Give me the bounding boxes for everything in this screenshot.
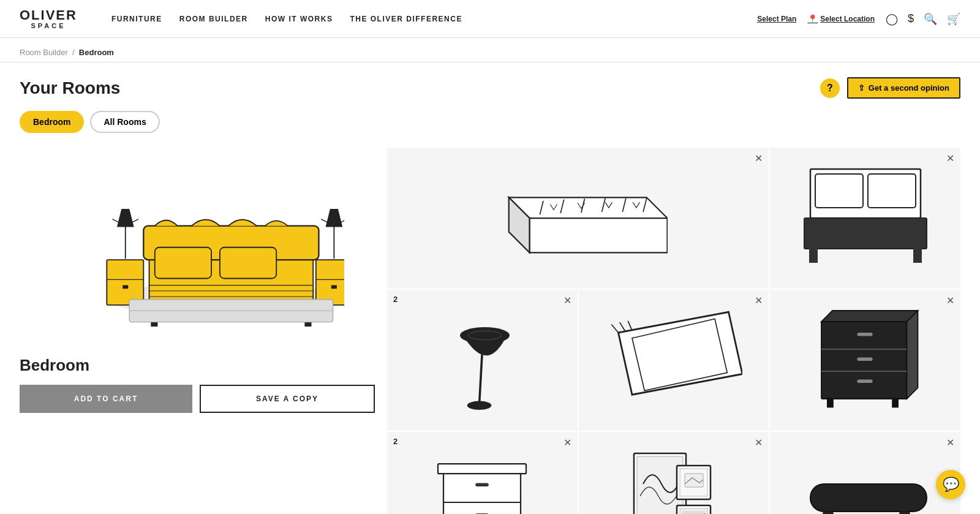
nightstand-svg (427, 447, 537, 514)
svg-marker-50 (907, 311, 918, 399)
svg-marker-49 (821, 311, 918, 322)
svg-marker-30 (530, 218, 668, 252)
svg-line-45 (612, 325, 619, 333)
location-pin-icon: 📍 (807, 14, 818, 24)
svg-rect-13 (123, 285, 128, 289)
nightstand-count: 2 (393, 437, 398, 446)
bed-frame-card: ✕ (770, 148, 960, 289)
svg-line-39 (480, 355, 483, 404)
nightstand-card: 2 ✕ (387, 432, 578, 514)
logo-oliver: OLIVER (20, 9, 77, 22)
main-content: Your Rooms ? ⇧ Get a second opinion Bedr… (0, 62, 980, 514)
rug-close-button[interactable]: ✕ (755, 295, 763, 306)
breadcrumb-current: Bedroom (79, 48, 114, 57)
nav-how-it-works[interactable]: HOW IT WORKS (265, 15, 333, 23)
bench-card: ✕ (770, 432, 960, 514)
svg-rect-75 (899, 512, 910, 514)
nav-room-builder[interactable]: ROOM BUILDER (179, 15, 248, 23)
save-copy-button[interactable]: SAVE A COPY (200, 385, 375, 413)
breadcrumb: Room Builder / Bedroom (0, 38, 980, 62)
room-illustration (20, 148, 375, 344)
bed-frame-close-button[interactable]: ✕ (946, 153, 954, 164)
svg-rect-4 (220, 248, 276, 279)
svg-rect-59 (438, 464, 526, 474)
svg-line-47 (628, 321, 633, 331)
svg-rect-72 (682, 511, 705, 514)
nav-links: FURNITURE ROOM BUILDER HOW IT WORKS THE … (111, 15, 737, 23)
wall-art-close-button[interactable]: ✕ (755, 437, 763, 448)
main-header: Your Rooms ? ⇧ Get a second opinion (20, 77, 960, 99)
floor-lamp-count: 2 (393, 295, 398, 304)
mattress-card: ✕ (387, 148, 769, 289)
floor-lamp-card: 2 ✕ (387, 290, 578, 431)
svg-rect-36 (809, 248, 818, 263)
content-grid: Bedroom ADD TO CART SAVE A COPY ✕ (20, 148, 960, 514)
filter-tabs: Bedroom All Rooms (20, 111, 960, 133)
breadcrumb-parent[interactable]: Room Builder (20, 48, 68, 57)
svg-rect-58 (443, 469, 521, 514)
help-button[interactable]: ? (820, 78, 840, 98)
svg-rect-19 (316, 260, 344, 305)
svg-rect-54 (857, 358, 872, 361)
wall-art-card: ✕ (579, 432, 769, 514)
add-to-cart-button[interactable]: ADD TO CART (20, 385, 192, 413)
logo[interactable]: OLIVER SPACE (20, 9, 77, 29)
dresser-dark-card: ✕ (770, 290, 960, 431)
filter-all-rooms[interactable]: All Rooms (90, 111, 159, 133)
chat-bubble[interactable]: 💬 (936, 470, 965, 499)
second-opinion-button[interactable]: ⇧ Get a second opinion (847, 77, 960, 99)
room-label: Bedroom (20, 356, 375, 375)
select-plan-link[interactable]: Select Plan (757, 15, 796, 23)
dresser-dark-close-button[interactable]: ✕ (946, 295, 954, 306)
nav-furniture[interactable]: FURNITURE (111, 15, 162, 23)
nav-right: Select Plan 📍 Select Location ◯ $ 🔍 🛒 (757, 12, 960, 26)
user-icon[interactable]: ◯ (886, 12, 898, 26)
svg-rect-11 (107, 260, 143, 305)
svg-rect-56 (827, 398, 834, 407)
svg-rect-61 (476, 483, 489, 486)
wall-art-svg (631, 447, 717, 514)
dresser-dark-svg (810, 305, 921, 415)
select-location-link[interactable]: 📍 Select Location (807, 14, 875, 24)
right-panel: ✕ ✕ (387, 148, 960, 514)
search-icon[interactable]: 🔍 (924, 12, 937, 26)
bench-close-button[interactable]: ✕ (946, 437, 954, 448)
navigation: OLIVER SPACE FURNITURE ROOM BUILDER HOW … (0, 0, 980, 38)
svg-rect-41 (474, 403, 485, 407)
svg-rect-74 (823, 512, 834, 514)
svg-rect-53 (857, 333, 872, 336)
floor-lamp-close-button[interactable]: ✕ (564, 295, 571, 306)
rug-svg (605, 305, 742, 415)
filter-bedroom[interactable]: Bedroom (20, 111, 84, 133)
bed-frame-svg (798, 163, 933, 273)
floor-lamp-svg (443, 305, 521, 415)
svg-rect-69 (685, 474, 703, 487)
svg-rect-35 (804, 218, 927, 249)
rug-card: ✕ (579, 290, 769, 431)
svg-line-46 (620, 322, 625, 331)
mattress-close-button[interactable]: ✕ (755, 153, 763, 164)
nav-oliver-difference[interactable]: THE OLIVER DIFFERENCE (350, 15, 462, 23)
svg-rect-37 (913, 248, 922, 263)
svg-marker-29 (509, 197, 668, 218)
room-actions: ADD TO CART SAVE A COPY (20, 385, 375, 413)
svg-rect-33 (815, 174, 863, 208)
nav-icon-group: ◯ $ 🔍 🛒 (886, 12, 960, 26)
dollar-icon[interactable]: $ (908, 12, 914, 25)
left-panel: Bedroom ADD TO CART SAVE A COPY (20, 148, 387, 514)
logo-space: SPACE (31, 22, 66, 29)
svg-rect-73 (810, 484, 927, 512)
svg-rect-21 (331, 285, 337, 289)
bench-svg (798, 447, 933, 514)
nightstand-close-button[interactable]: ✕ (564, 437, 571, 448)
mattress-svg (488, 163, 668, 273)
page-title: Your Rooms (20, 78, 820, 98)
svg-rect-3 (155, 248, 211, 279)
svg-rect-55 (857, 380, 872, 383)
svg-rect-34 (868, 174, 916, 208)
bedroom-svg (50, 160, 344, 331)
cart-icon[interactable]: 🛒 (947, 12, 960, 26)
share-icon: ⇧ (858, 83, 865, 93)
chat-icon: 💬 (943, 477, 959, 493)
svg-rect-57 (892, 398, 899, 407)
